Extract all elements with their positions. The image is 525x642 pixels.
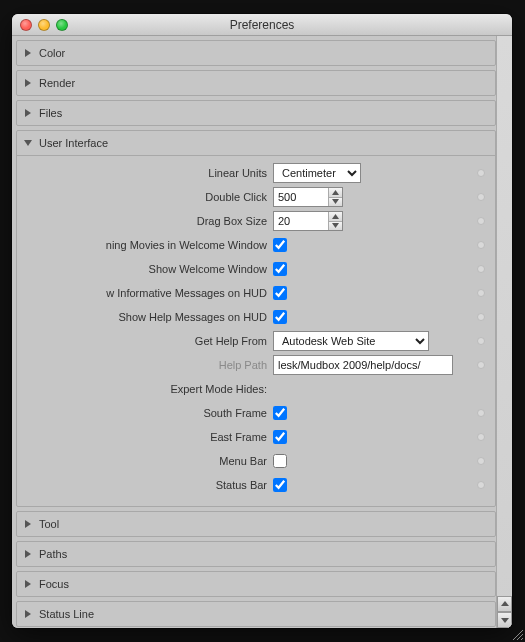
hud-help-label: Show Help Messages on HUD — [25, 311, 273, 323]
section-title: Render — [39, 77, 75, 89]
welcome-label: Show Welcome Window — [25, 263, 273, 275]
minimize-icon[interactable] — [38, 19, 50, 31]
reset-dot-icon[interactable] — [477, 193, 485, 201]
reset-dot-icon[interactable] — [477, 169, 485, 177]
section-header-paths[interactable]: Paths — [17, 542, 495, 566]
svg-marker-0 — [25, 49, 31, 57]
drag-box-stepper[interactable] — [273, 211, 343, 231]
disclosure-down-icon — [23, 138, 33, 148]
resize-grip-icon[interactable] — [510, 627, 512, 628]
section-tool: Tool — [16, 511, 496, 537]
reset-dot-icon[interactable] — [477, 241, 485, 249]
reset-dot-icon[interactable] — [477, 265, 485, 273]
reset-dot-icon[interactable] — [477, 433, 485, 441]
section-title: Focus — [39, 578, 69, 590]
step-down-icon[interactable] — [329, 221, 342, 231]
status-bar-label: Status Bar — [25, 479, 273, 491]
hud-info-checkbox[interactable] — [273, 286, 287, 300]
section-header-files[interactable]: Files — [17, 101, 495, 125]
section-header-tool[interactable]: Tool — [17, 512, 495, 536]
reset-dot-icon[interactable] — [477, 409, 485, 417]
svg-marker-5 — [332, 199, 339, 204]
reset-dot-icon[interactable] — [477, 217, 485, 225]
section-color: Color — [16, 40, 496, 66]
help-path-field — [273, 355, 453, 375]
reset-dot-icon[interactable] — [477, 289, 485, 297]
vertical-scrollbar[interactable] — [496, 36, 512, 628]
south-frame-label: South Frame — [25, 407, 273, 419]
disclosure-right-icon — [23, 549, 33, 559]
step-up-icon[interactable] — [329, 188, 342, 197]
section-title: Tool — [39, 518, 59, 530]
svg-marker-1 — [25, 79, 31, 87]
section-header-focus[interactable]: Focus — [17, 572, 495, 596]
window-title: Preferences — [12, 18, 512, 32]
close-icon[interactable] — [20, 19, 32, 31]
section-user-interface: User Interface Linear Units Centimeter — [16, 130, 496, 507]
drag-box-label: Drag Box Size — [25, 215, 273, 227]
section-header-status-line[interactable]: Status Line — [17, 602, 495, 626]
titlebar[interactable]: Preferences — [12, 14, 512, 36]
zoom-icon[interactable] — [56, 19, 68, 31]
linear-units-select[interactable]: Centimeter — [273, 163, 361, 183]
svg-marker-13 — [501, 618, 509, 623]
double-click-stepper[interactable] — [273, 187, 343, 207]
svg-marker-2 — [25, 109, 31, 117]
double-click-input[interactable] — [274, 188, 328, 206]
svg-marker-9 — [25, 550, 31, 558]
section-title: Files — [39, 107, 62, 119]
svg-marker-11 — [25, 610, 31, 618]
window-body: Color Render Files — [12, 36, 512, 628]
drag-box-input[interactable] — [274, 212, 328, 230]
traffic-lights — [20, 19, 68, 31]
section-header-color[interactable]: Color — [17, 41, 495, 65]
hud-help-checkbox[interactable] — [273, 310, 287, 324]
scroll-down-icon[interactable] — [497, 612, 512, 628]
section-header-render[interactable]: Render — [17, 71, 495, 95]
welcome-checkbox[interactable] — [273, 262, 287, 276]
status-bar-checkbox[interactable] — [273, 478, 287, 492]
section-render: Render — [16, 70, 496, 96]
section-header-ui[interactable]: User Interface — [17, 131, 495, 155]
section-title: User Interface — [39, 137, 108, 149]
scroll-up-icon[interactable] — [497, 596, 512, 612]
svg-marker-3 — [24, 140, 32, 146]
disclosure-right-icon — [23, 519, 33, 529]
get-help-select[interactable]: Autodesk Web Site — [273, 331, 429, 351]
disclosure-right-icon — [23, 78, 33, 88]
disclosure-right-icon — [23, 108, 33, 118]
movies-checkbox[interactable] — [273, 238, 287, 252]
section-paths: Paths — [16, 541, 496, 567]
svg-marker-8 — [25, 520, 31, 528]
disclosure-right-icon — [23, 579, 33, 589]
reset-dot-icon[interactable] — [477, 361, 485, 369]
east-frame-checkbox[interactable] — [273, 430, 287, 444]
reset-dot-icon[interactable] — [477, 313, 485, 321]
south-frame-checkbox[interactable] — [273, 406, 287, 420]
svg-marker-7 — [332, 223, 339, 228]
linear-units-label: Linear Units — [25, 167, 273, 179]
expert-mode-label: Expert Mode Hides: — [25, 383, 273, 395]
svg-marker-6 — [332, 214, 339, 219]
section-title: Paths — [39, 548, 67, 560]
section-focus: Focus — [16, 571, 496, 597]
menu-bar-checkbox[interactable] — [273, 454, 287, 468]
get-help-label: Get Help From — [25, 335, 273, 347]
step-down-icon[interactable] — [329, 197, 342, 207]
step-up-icon[interactable] — [329, 212, 342, 221]
reset-dot-icon[interactable] — [477, 337, 485, 345]
preferences-content: Color Render Files — [12, 36, 496, 628]
help-path-label: Help Path — [25, 359, 273, 371]
movies-label: ning Movies in Welcome Window — [25, 239, 273, 251]
double-click-label: Double Click — [25, 191, 273, 203]
hud-info-label: w Informative Messages on HUD — [25, 287, 273, 299]
menu-bar-label: Menu Bar — [25, 455, 273, 467]
reset-dot-icon[interactable] — [477, 457, 485, 465]
svg-marker-4 — [332, 190, 339, 195]
disclosure-right-icon — [23, 609, 33, 619]
section-body-ui: Linear Units Centimeter Double Click — [17, 155, 495, 506]
reset-dot-icon[interactable] — [477, 481, 485, 489]
svg-marker-12 — [501, 601, 509, 606]
svg-marker-10 — [25, 580, 31, 588]
section-files: Files — [16, 100, 496, 126]
